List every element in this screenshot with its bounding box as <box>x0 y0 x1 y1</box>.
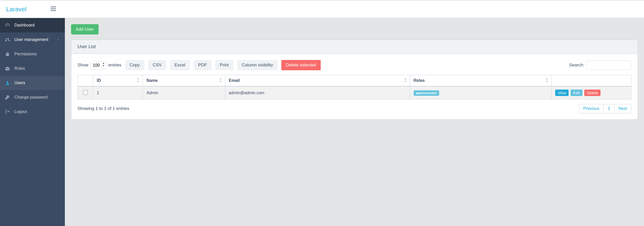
column-header-actions <box>552 75 631 86</box>
entries-select[interactable]: 100 <box>90 61 107 69</box>
menu-toggle-button[interactable] <box>50 5 57 13</box>
sidebar-item-label: Roles <box>14 66 60 71</box>
row-checkbox[interactable] <box>83 90 88 95</box>
user-list-card: User List Show 100 entries Copy CSV <box>71 40 638 120</box>
sort-icon <box>136 78 140 83</box>
sort-icon <box>219 78 222 83</box>
role-badge: administrator <box>414 90 439 96</box>
view-button[interactable]: View <box>555 90 569 96</box>
column-header-roles[interactable]: Roles <box>410 75 551 86</box>
topbar: Laravel <box>0 0 644 18</box>
select-all-header[interactable] <box>78 75 93 86</box>
chevron-down-icon <box>57 37 60 42</box>
sidebar: Dashboard User management Permissions Ro… <box>0 18 65 226</box>
gauge-icon <box>5 22 10 28</box>
cell-email: admin@admin.com <box>225 86 410 99</box>
sidebar-item-label: User management <box>14 37 53 42</box>
prev-page-button[interactable]: Previous <box>579 104 604 113</box>
pagination: Previous 1 Next <box>579 104 631 113</box>
add-user-button[interactable]: Add User <box>71 24 99 34</box>
sidebar-item-label: Change password <box>14 95 60 100</box>
sidebar-item-label: Logout <box>14 109 60 114</box>
lock-icon <box>5 51 10 57</box>
copy-button[interactable]: Copy <box>125 60 145 70</box>
key-icon <box>5 94 10 100</box>
entries-label: entries <box>108 63 121 68</box>
cell-name: Admin <box>143 86 225 99</box>
show-label: Show <box>77 63 89 68</box>
pdf-button[interactable]: PDF <box>194 60 212 70</box>
page-1-button[interactable]: 1 <box>604 104 614 113</box>
cell-id: 1 <box>93 86 143 99</box>
users-icon <box>5 37 10 42</box>
sidebar-item-label: Dashboard <box>14 23 60 28</box>
edit-button[interactable]: Edit <box>571 90 582 96</box>
delete-button[interactable]: Delete <box>584 90 601 96</box>
delete-selected-button[interactable]: Delete selected <box>281 60 321 70</box>
column-header-email[interactable]: Email <box>225 75 410 86</box>
brand-link[interactable]: Laravel <box>6 6 27 13</box>
excel-button[interactable]: Excel <box>170 60 190 70</box>
column-visibility-button[interactable]: Column visibility <box>237 60 278 70</box>
user-icon <box>5 80 10 86</box>
print-button[interactable]: Print <box>215 60 233 70</box>
sidebar-item-user-management[interactable]: User management <box>0 32 65 47</box>
next-page-button[interactable]: Next <box>614 104 631 113</box>
sidebar-item-roles[interactable]: Roles <box>0 61 65 76</box>
column-header-id[interactable]: ID <box>93 75 143 86</box>
sidebar-item-label: Users <box>14 81 60 85</box>
users-table: ID Name Email <box>77 75 631 99</box>
card-title: User List <box>71 40 638 54</box>
table-row: 1 Admin admin@admin.com administrator Vi… <box>78 86 631 99</box>
sidebar-item-dashboard[interactable]: Dashboard <box>0 18 65 32</box>
table-info: Showing 1 to 1 of 1 entries <box>77 106 129 111</box>
sort-icon <box>404 78 407 83</box>
column-header-name[interactable]: Name <box>143 75 225 86</box>
csv-button[interactable]: CSV <box>148 60 166 70</box>
search-input[interactable] <box>586 60 631 70</box>
menu-icon <box>50 5 57 12</box>
sidebar-item-logout[interactable]: Logout <box>0 105 65 119</box>
logout-icon <box>5 109 10 115</box>
sidebar-item-label: Permissions <box>14 52 60 56</box>
sidebar-item-users[interactable]: Users <box>0 76 65 90</box>
search-label: Search: <box>569 63 584 68</box>
main-content: Add User User List Show 100 entries Co <box>65 18 644 226</box>
sidebar-item-change-password[interactable]: Change password <box>0 90 65 105</box>
briefcase-icon <box>5 66 10 71</box>
sort-icon <box>545 78 549 83</box>
sidebar-item-permissions[interactable]: Permissions <box>0 47 65 61</box>
